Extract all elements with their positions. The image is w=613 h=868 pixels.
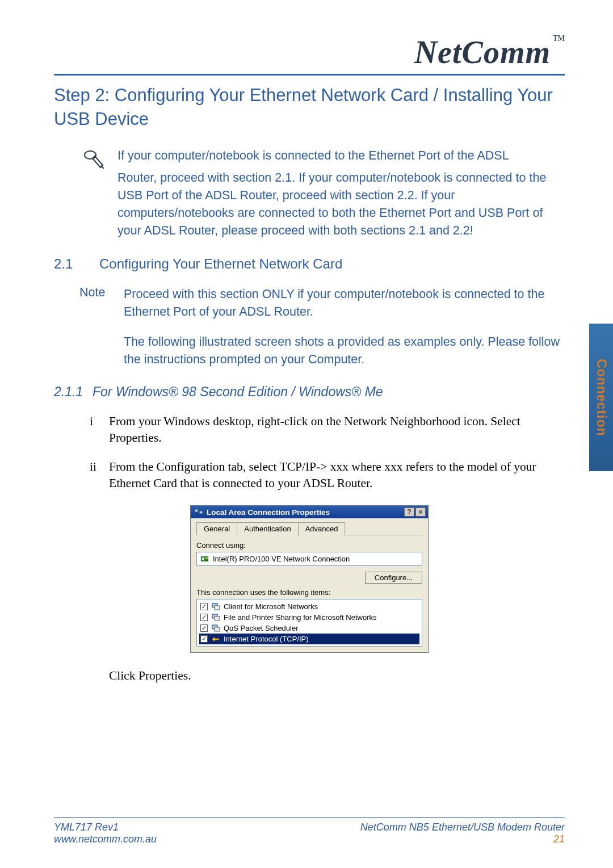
- checkbox-icon[interactable]: ✓: [200, 614, 208, 621]
- subsection-title: For Windows® 98 Second Edition / Windows…: [93, 384, 383, 399]
- footer-doc-id: YML717 Rev1: [54, 821, 119, 833]
- note-icon: [82, 148, 105, 171]
- svg-rect-3: [201, 556, 208, 561]
- list-item[interactable]: ✓ QoS Packet Scheduler: [199, 623, 419, 634]
- nic-icon: [200, 555, 209, 563]
- subsection-number: 2.1.1: [54, 384, 93, 400]
- item-label: QoS Packet Scheduler: [224, 624, 299, 632]
- item-label: Internet Protocol (TCP/IP): [224, 635, 309, 643]
- note-block: Note Proceed with this section ONLY if y…: [79, 286, 565, 369]
- adapter-field[interactable]: Intel(R) PRO/100 VE Network Connection: [196, 552, 422, 566]
- svg-rect-9: [215, 617, 220, 620]
- page-footer: YML717 Rev1 NetComm NB5 Ethernet/USB Mod…: [54, 817, 565, 845]
- footer-product: NetComm NB5 Ethernet/USB Modem Router: [360, 821, 565, 833]
- item-label: File and Printer Sharing for Microsoft N…: [224, 613, 376, 622]
- note-para1: Proceed with this section ONLY if your c…: [124, 286, 565, 321]
- checkbox-icon[interactable]: ✓: [200, 624, 208, 632]
- checkbox-icon[interactable]: ✓: [200, 603, 208, 610]
- note-label: Note: [79, 286, 124, 300]
- tab-advanced[interactable]: Advanced: [298, 522, 346, 535]
- qos-icon: [211, 624, 220, 632]
- dialog-title: Local Area Connection Properties: [207, 508, 330, 517]
- svg-rect-5: [205, 557, 208, 559]
- page-number: 21: [553, 833, 565, 845]
- step-ii-text: From the Configuration tab, select TCP/I…: [109, 459, 565, 492]
- section-title: Configuring Your Ethernet Network Card: [99, 256, 342, 271]
- subsection-heading: 2.1.1For Windows® 98 Second Edition / Wi…: [54, 384, 565, 400]
- dialog-titlebar: Local Area Connection Properties ? ×: [191, 506, 428, 518]
- note-para2: The following illustrated screen shots a…: [124, 333, 565, 368]
- list-item: i From your Windows desktop, right-click…: [90, 413, 565, 446]
- intro-text: If your computer/notebook is connected t…: [117, 147, 565, 240]
- close-button[interactable]: ×: [415, 508, 426, 517]
- intro-rest: Router, proceed with section 2.1. If you…: [117, 171, 546, 238]
- checkbox-icon[interactable]: ✓: [200, 635, 208, 643]
- client-icon: [211, 602, 220, 611]
- tcpip-icon: [211, 635, 220, 643]
- svg-rect-2: [199, 511, 203, 514]
- dialog-tabs: General Authentication Advanced: [196, 522, 422, 535]
- svg-rect-7: [215, 606, 220, 610]
- svg-rect-11: [215, 627, 220, 631]
- intro-block: If your computer/notebook is connected t…: [82, 147, 565, 240]
- step-heading: Step 2: Configuring Your Ethernet Networ…: [54, 83, 565, 131]
- intro-line1: If your computer/notebook is connected t…: [117, 147, 565, 165]
- header-rule: [54, 74, 565, 76]
- brand-name: NetComm: [414, 35, 551, 70]
- list-item: ii From the Configuration tab, select TC…: [90, 459, 565, 492]
- section-side-tab: Connection: [589, 324, 613, 471]
- sharing-icon: [211, 613, 220, 622]
- svg-rect-4: [202, 557, 204, 560]
- items-label: This connection uses the following items…: [196, 588, 422, 597]
- step-marker-ii: ii: [90, 459, 109, 475]
- list-item[interactable]: ✓ File and Printer Sharing for Microsoft…: [199, 612, 419, 623]
- brand-logo: NetCommTM: [54, 34, 565, 70]
- list-item[interactable]: ✓ Internet Protocol (TCP/IP): [199, 634, 419, 644]
- network-icon: [194, 508, 203, 517]
- section-number: 2.1: [54, 256, 99, 272]
- tab-authentication[interactable]: Authentication: [237, 522, 298, 535]
- help-button[interactable]: ?: [404, 508, 414, 517]
- step-marker-i: i: [90, 413, 109, 430]
- post-step-text: Click Properties.: [109, 669, 565, 683]
- svg-rect-1: [195, 509, 198, 512]
- side-tab-label: Connection: [594, 359, 609, 437]
- list-item[interactable]: ✓ Client for Microsoft Networks: [199, 601, 419, 612]
- section-heading: 2.1Configuring Your Ethernet Network Car…: [54, 256, 565, 272]
- tab-general[interactable]: General: [196, 522, 237, 535]
- item-label: Client for Microsoft Networks: [224, 602, 318, 611]
- properties-dialog: Local Area Connection Properties ? × Gen…: [190, 505, 429, 653]
- footer-rule: [54, 817, 565, 818]
- adapter-name: Intel(R) PRO/100 VE Network Connection: [213, 555, 350, 563]
- svg-point-0: [85, 151, 96, 159]
- footer-url: www.netcomm.com.au: [54, 833, 157, 845]
- step-i-text: From your Windows desktop, right-click o…: [109, 413, 565, 446]
- configure-button[interactable]: Configure...: [365, 572, 422, 584]
- connect-using-label: Connect using:: [196, 541, 422, 550]
- items-listbox[interactable]: ✓ Client for Microsoft Networks ✓ File a…: [196, 599, 422, 647]
- trademark: TM: [553, 34, 565, 43]
- step-list: i From your Windows desktop, right-click…: [90, 413, 565, 492]
